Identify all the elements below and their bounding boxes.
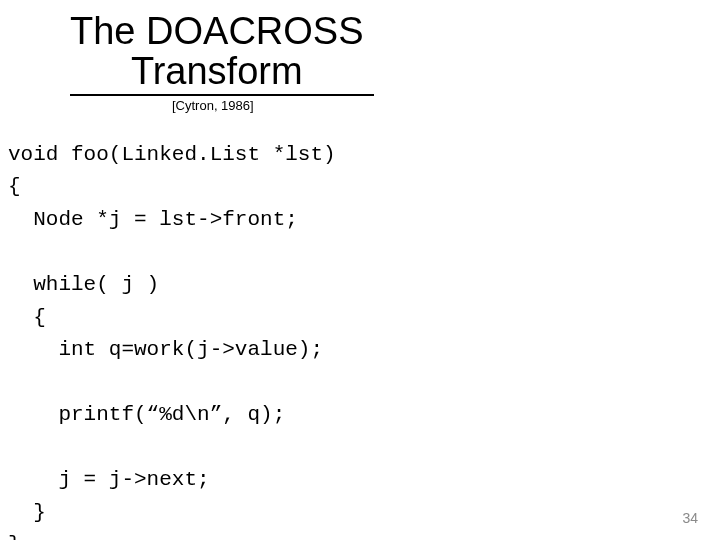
slide-title: The DOACROSS Transform — [70, 12, 374, 96]
citation: [Cytron, 1986] — [172, 98, 720, 113]
title-line-1: The DOACROSS — [70, 10, 364, 52]
title-line-2: Transform — [131, 50, 303, 92]
page-number: 34 — [682, 510, 698, 526]
title-block: The DOACROSS Transform [Cytron, 1986] — [0, 0, 720, 113]
code-block: void foo(Linked.List *lst) { Node *j = l… — [0, 113, 720, 540]
